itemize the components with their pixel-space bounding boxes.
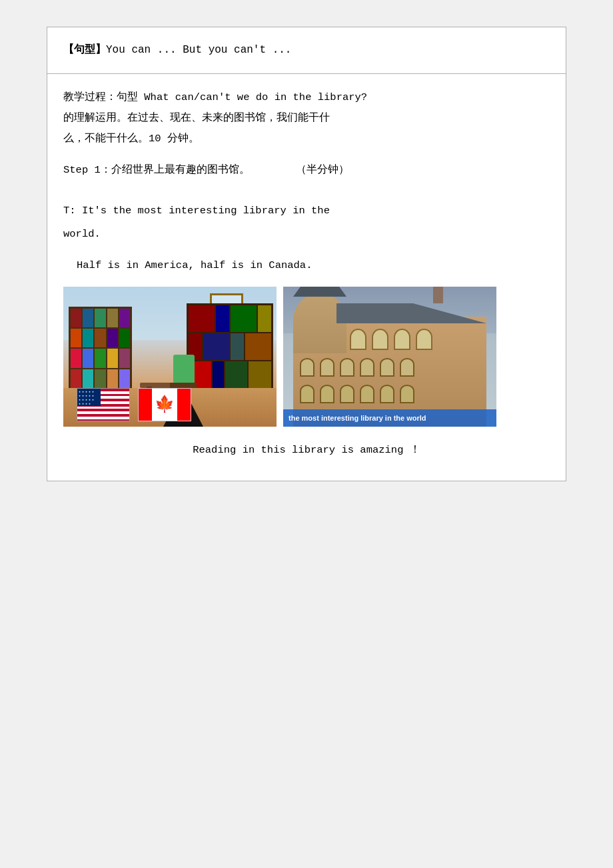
library-interior-image: ★★★★★★★★★★★★★★★★★★★ 🍁 — [63, 287, 277, 427]
book — [107, 349, 118, 367]
right-book-row-1 — [189, 305, 271, 332]
book — [107, 309, 118, 327]
step1-text: Step 1：介绍世界上最有趣的图书馆。 （半分钟） — [63, 160, 550, 181]
teacher-line2: world. — [63, 224, 550, 245]
caption-bar: the most interesting library in the worl… — [283, 409, 496, 427]
step1-label: Step 1：介绍世界上最有趣的图书馆。 — [63, 164, 250, 176]
page-container: 【句型】You can ... But you can't ... 教学过程：句… — [47, 27, 566, 481]
book — [71, 369, 81, 388]
book — [107, 369, 118, 388]
window — [372, 329, 388, 350]
book — [225, 361, 248, 388]
window — [340, 358, 354, 377]
chair-seat — [170, 383, 197, 388]
main-roof — [336, 303, 486, 323]
window — [380, 358, 394, 377]
tower-body — [293, 293, 346, 353]
book — [245, 333, 271, 360]
usa-stars: ★★★★★★★★★★★★★★★★★★★ — [79, 390, 95, 406]
building-illustration: the most interesting library in the worl… — [283, 287, 496, 427]
images-row: ★★★★★★★★★★★★★★★★★★★ 🍁 — [63, 287, 550, 427]
book — [203, 333, 229, 360]
book — [249, 361, 271, 388]
book — [95, 369, 105, 388]
book — [231, 305, 257, 332]
window — [360, 358, 374, 377]
window — [340, 385, 354, 403]
window — [400, 358, 414, 377]
tower-roof — [293, 287, 346, 297]
flags-container: ★★★★★★★★★★★★★★★★★★★ 🍁 — [77, 388, 191, 421]
book-row-3 — [71, 349, 130, 367]
chimney — [433, 287, 443, 303]
usa-flag: ★★★★★★★★★★★★★★★★★★★ — [77, 388, 130, 421]
maple-leaf-icon: 🍁 — [155, 395, 175, 414]
book — [71, 309, 81, 327]
window — [394, 329, 410, 350]
caption-text: the most interesting library in the worl… — [289, 414, 426, 422]
windows-row2 — [300, 358, 414, 377]
window — [300, 385, 314, 403]
sentence-pattern-section: 【句型】You can ... But you can't ... — [47, 27, 566, 74]
book — [213, 361, 224, 388]
window — [350, 329, 366, 350]
bracket-label: 【句型】 — [63, 44, 106, 56]
pattern-text: You can ... But you can't ... — [106, 44, 291, 56]
book — [83, 369, 93, 388]
teacher-line1: T: It's the most interesting library in … — [63, 201, 550, 221]
chair-back — [173, 355, 195, 383]
book — [95, 309, 105, 327]
teaching-line3: 么，不能干什么。10 分钟。 — [63, 133, 199, 145]
right-book-row-2 — [189, 333, 271, 360]
book — [95, 329, 105, 347]
window — [380, 385, 394, 403]
book — [83, 309, 93, 327]
right-books-container — [187, 303, 273, 390]
book-row-4 — [71, 369, 130, 388]
book — [119, 329, 130, 347]
library-illustration: ★★★★★★★★★★★★★★★★★★★ 🍁 — [63, 287, 277, 427]
canada-left-stripe — [139, 389, 152, 421]
window — [320, 385, 334, 403]
book — [119, 369, 130, 388]
canada-flag: 🍁 — [138, 388, 191, 421]
sentence-pattern-text: 【句型】You can ... But you can't ... — [63, 41, 550, 60]
book — [71, 349, 81, 367]
main-section: 教学过程：句型 What can/can't we do in the libr… — [47, 74, 566, 481]
book — [83, 329, 93, 347]
book — [95, 349, 105, 367]
book — [119, 309, 130, 327]
book — [83, 349, 93, 367]
left-shelf — [69, 307, 132, 390]
book — [189, 305, 215, 332]
book — [216, 305, 229, 332]
right-book-row-3 — [189, 361, 271, 388]
teaching-line2: 的理解运用。在过去、现在、未来的图书馆，我们能干什 — [63, 112, 330, 124]
window — [360, 385, 374, 403]
window — [300, 358, 314, 377]
teacher-line1-text: T: It's the most interesting library in … — [63, 205, 330, 217]
book — [107, 329, 118, 347]
window — [400, 385, 414, 403]
book — [258, 305, 271, 332]
books-container — [69, 307, 132, 390]
book — [231, 333, 244, 360]
window — [416, 329, 432, 350]
book — [119, 349, 130, 367]
half-line-text: Half is in America, half is in Canada. — [77, 259, 312, 271]
amazing-text: Reading in this library is amazing ！ — [63, 440, 550, 461]
half-america-line: Half is in America, half is in Canada. — [63, 255, 550, 276]
building-image: the most interesting library in the worl… — [283, 287, 496, 427]
teacher-line2-text: world. — [63, 228, 101, 240]
window — [320, 358, 334, 377]
teaching-label: 教学过程：句型 What can/can't we do in the libr… — [63, 91, 367, 103]
windows-row1 — [350, 329, 432, 350]
right-shelf — [187, 303, 273, 390]
book-row-2 — [71, 329, 130, 347]
book-row-1 — [71, 309, 130, 327]
step1-time: （半分钟） — [256, 164, 349, 176]
teaching-process-text: 教学过程：句型 What can/can't we do in the libr… — [63, 87, 550, 149]
amazing-text-content: Reading in this library is amazing ！ — [193, 444, 420, 456]
canada-right-stripe — [177, 389, 191, 421]
windows-row3 — [300, 385, 414, 403]
